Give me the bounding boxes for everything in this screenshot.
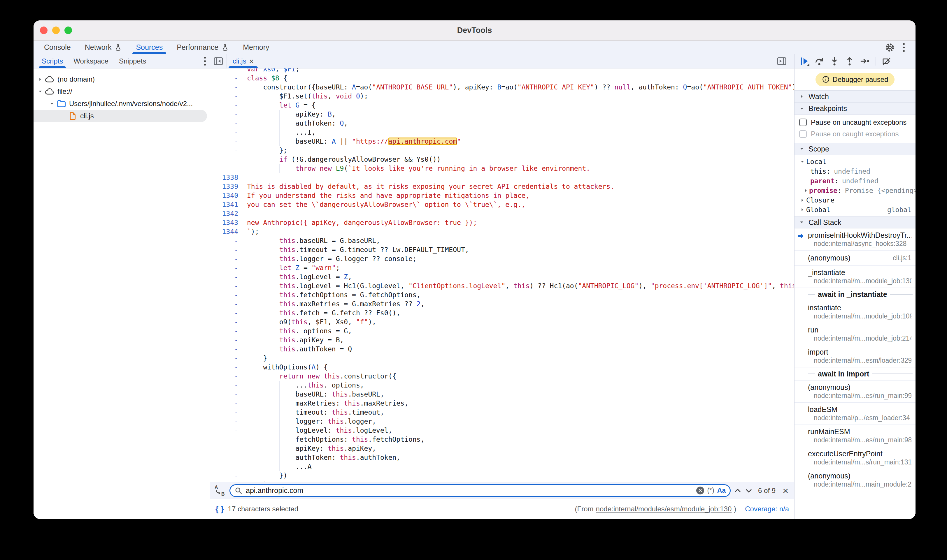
section-scope[interactable]: Scope — [794, 143, 916, 155]
checkbox[interactable] — [799, 130, 807, 138]
main-tab-network[interactable]: Network — [78, 41, 129, 54]
gutter-line-number[interactable]: - — [210, 83, 242, 92]
close-tab-icon[interactable]: × — [249, 57, 254, 66]
gutter-line-number[interactable]: - — [210, 254, 242, 263]
gutter-line-number[interactable]: - — [210, 309, 242, 318]
call-stack-frame[interactable]: loadESMnode:internal/p.../esm_loader:34 — [794, 403, 916, 425]
gutter-line-number[interactable]: - — [210, 291, 242, 300]
show-debugger-panel-icon[interactable] — [776, 54, 794, 68]
breakpoint-option[interactable]: Pause on uncaught exceptions — [794, 117, 916, 128]
clear-search-icon[interactable]: ✕ — [696, 486, 704, 494]
hide-navigator-icon[interactable] — [210, 54, 227, 68]
checkbox[interactable] — [799, 118, 807, 126]
scope-group-global[interactable]: Globalglobal — [794, 205, 916, 214]
section-watch[interactable]: Watch — [794, 90, 916, 103]
navigator-tab-workspace[interactable]: Workspace — [68, 54, 114, 68]
gutter-line-number[interactable]: - — [210, 282, 242, 291]
search-input[interactable] — [245, 486, 693, 495]
gutter-line-number[interactable]: 1343 — [210, 218, 242, 227]
gutter-line-number[interactable]: - — [210, 92, 242, 101]
gutter-line-number[interactable]: - — [210, 335, 242, 345]
source-map-link[interactable]: node:internal/modules/esm/module_job:130 — [596, 505, 732, 513]
main-tab-console[interactable]: Console — [37, 41, 78, 54]
gutter-line-number[interactable]: - — [210, 408, 242, 417]
gutter-line-number[interactable]: 1341 — [210, 200, 242, 209]
gutter-line-number[interactable]: - — [210, 137, 242, 146]
gutter-line-number[interactable]: - — [210, 363, 242, 372]
minimize-window-button[interactable] — [52, 26, 60, 34]
gutter-line-number[interactable]: - — [210, 417, 242, 426]
gutter-line-number[interactable]: 1340 — [210, 191, 242, 200]
gutter-line-number[interactable]: - — [210, 110, 242, 119]
call-stack-frame[interactable]: instantiatenode:internal/m...module_job:… — [794, 301, 916, 323]
gutter-line-number[interactable]: - — [210, 354, 242, 363]
step-button[interactable] — [858, 55, 871, 68]
gutter-line-number[interactable]: - — [210, 101, 242, 110]
main-tab-memory[interactable]: Memory — [236, 41, 276, 54]
regex-toggle[interactable]: (*) — [707, 486, 714, 494]
navigator-more-icon[interactable] — [204, 54, 210, 68]
gutter-line-number[interactable] — [210, 68, 242, 74]
call-stack-frame[interactable]: runnode:internal/m...module_job:214 — [794, 323, 916, 345]
gutter-line-number[interactable]: - — [210, 300, 242, 309]
gutter-line-number[interactable]: - — [210, 272, 242, 282]
call-stack-frame[interactable]: (anonymous)node:internal/m...main_module… — [794, 469, 916, 491]
gutter-line-number[interactable]: 1339 — [210, 182, 242, 191]
gutter-line-number[interactable]: - — [210, 155, 242, 164]
match-case-toggle[interactable]: Aa — [717, 486, 726, 494]
gutter-line-number[interactable]: - — [210, 426, 242, 435]
coverage-link[interactable]: Coverage: n/a — [745, 505, 789, 513]
replace-toggle-icon[interactable]: AB — [214, 485, 227, 497]
tree-item-file-[interactable]: file:// — [34, 85, 210, 98]
gutter-line-number[interactable]: - — [210, 444, 242, 453]
call-stack-frame[interactable]: executeUserEntryPointnode:internal/m...s… — [794, 447, 916, 469]
deactivate-breakpoints-button[interactable] — [880, 55, 893, 68]
tree-chevron-icon[interactable] — [36, 76, 45, 83]
gutter-line-number[interactable]: - — [210, 236, 242, 245]
section-breakpoints[interactable]: Breakpoints — [794, 103, 916, 115]
call-stack-frame[interactable]: importnode:internal/m...esm/loader:329 — [794, 345, 916, 368]
step-out-button[interactable] — [843, 55, 856, 68]
close-window-button[interactable] — [40, 26, 48, 34]
gutter-line-number[interactable]: - — [210, 471, 242, 480]
call-stack-frame[interactable]: runMainESMnode:internal/m...es/run_main:… — [794, 425, 916, 447]
scope-variable-this[interactable]: this:undefined — [794, 166, 916, 176]
gutter-line-number[interactable]: - — [210, 318, 242, 327]
scope-group-closure[interactable]: Closure — [794, 195, 916, 205]
gutter-line-number[interactable]: - — [210, 390, 242, 399]
gutter-line-number[interactable]: - — [210, 164, 242, 173]
gutter-line-number[interactable]: - — [210, 453, 242, 462]
call-stack-frame[interactable]: _instantiatenode:internal/m...module_job… — [794, 266, 916, 288]
gutter-line-number[interactable]: 1344 — [210, 227, 242, 236]
previous-match-icon[interactable] — [734, 486, 742, 495]
gutter-line-number[interactable]: - — [210, 128, 242, 137]
zoom-window-button[interactable] — [65, 26, 72, 34]
kebab-menu-icon[interactable] — [898, 43, 910, 52]
call-stack-frame[interactable]: (anonymous)node:internal/m...es/run_main… — [794, 380, 916, 403]
gutter-line-number[interactable]: - — [210, 372, 242, 381]
pretty-print-icon[interactable]: { } — [216, 505, 224, 514]
section-call-stack[interactable]: Call Stack — [794, 216, 916, 228]
breakpoint-option[interactable]: Pause on caught exceptions — [794, 128, 916, 140]
gutter-line-number[interactable]: - — [210, 119, 242, 128]
step-into-button[interactable] — [828, 55, 841, 68]
navigator-tab-scripts[interactable]: Scripts — [37, 54, 68, 68]
gutter-line-number[interactable]: - — [210, 462, 242, 471]
gutter-line-number[interactable]: 1342 — [210, 209, 242, 218]
gutter-line-number[interactable]: - — [210, 327, 242, 335]
settings-gear-icon[interactable] — [885, 42, 895, 53]
main-tab-performance[interactable]: Performance — [170, 41, 236, 54]
gutter-line-number[interactable]: - — [210, 345, 242, 354]
gutter-line-number[interactable]: - — [210, 146, 242, 155]
scope-group-local[interactable]: Local — [794, 157, 916, 166]
close-find-bar-icon[interactable]: × — [782, 486, 788, 495]
navigator-tab-snippets[interactable]: Snippets — [114, 54, 151, 68]
gutter-line-number[interactable]: 1338 — [210, 173, 242, 182]
gutter-line-number[interactable]: - — [210, 381, 242, 390]
gutter-line-number[interactable]: - — [210, 74, 242, 83]
search-field[interactable]: ✕ (*) Aa — [230, 484, 731, 497]
scope-variable-parent[interactable]: parent:undefined — [794, 176, 916, 186]
gutter-line-number[interactable]: - — [210, 399, 242, 408]
tree-item--no-domain-[interactable]: (no domain) — [34, 73, 210, 85]
gutter-line-number[interactable]: - — [210, 245, 242, 254]
